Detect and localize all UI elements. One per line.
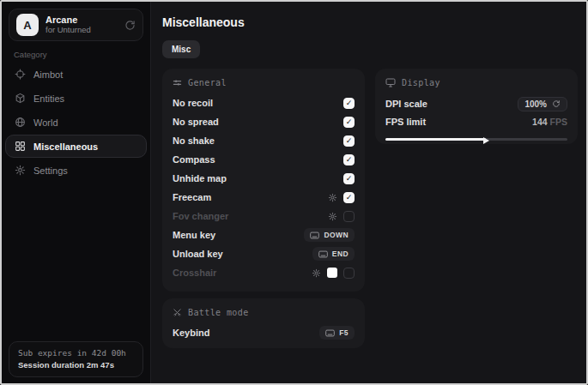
crosshair-icon: [15, 69, 26, 80]
sidebar-item-world[interactable]: World: [5, 111, 147, 134]
freecam-checkbox[interactable]: [343, 192, 355, 203]
swords-icon: [173, 308, 182, 317]
setting-label: No shake: [173, 135, 215, 146]
setting-label: Crosshair: [173, 268, 216, 278]
sync-icon[interactable]: [124, 20, 136, 31]
app-header-card: A Arcane for Unturned: [9, 9, 143, 41]
setting-label: No recoil: [173, 98, 213, 108]
gear-icon: [15, 165, 26, 176]
fov-changer-checkbox[interactable]: [343, 211, 355, 222]
keybind-value: END: [332, 250, 349, 258]
menu-keybind-button[interactable]: DOWN: [304, 228, 355, 242]
row-menu-key: Menu key DOWN: [173, 226, 355, 244]
keybind-value: F5: [339, 328, 349, 337]
keybind-value: DOWN: [324, 231, 349, 239]
page-title: Miscellaneous: [162, 15, 245, 29]
no-shake-checkbox[interactable]: [343, 135, 355, 147]
row-keybind: Keybind F5: [173, 323, 355, 342]
main-panel: Miscellaneous Misc General No recoil No …: [150, 2, 588, 383]
app-window: A Arcane for Unturned Category Aimbot: [0, 0, 588, 385]
fov-settings-gear-icon[interactable]: [328, 212, 337, 221]
general-card: General No recoil No spread No shake Com…: [162, 69, 365, 292]
compass-checkbox[interactable]: [343, 154, 355, 165]
dpi-scale-value: 100%: [524, 99, 547, 109]
setting-label: Unhide map: [173, 173, 227, 183]
sidebar-nav: Aimbot Entities World Miscellaneous: [5, 63, 147, 182]
sidebar-item-label: World: [33, 117, 58, 128]
freecam-settings-gear-icon[interactable]: [328, 193, 337, 202]
row-dpi-scale: DPI scale 100%: [385, 93, 567, 114]
row-fps-limit: FPS limit 144FPS: [385, 114, 567, 129]
dpi-scale-select[interactable]: 100%: [518, 97, 567, 111]
keyboard-icon: [318, 250, 328, 258]
globe-icon: [15, 117, 26, 128]
setting-label: Unload key: [173, 249, 223, 259]
subscription-card: Sub expires in 42d 00h Session duration …: [9, 341, 143, 377]
setting-label: FPS limit: [385, 117, 426, 127]
setting-label: Menu key: [173, 230, 215, 240]
tab-misc[interactable]: Misc: [162, 40, 200, 58]
monitor-icon: [385, 78, 396, 87]
setting-label: DPI scale: [385, 99, 427, 109]
sidebar-item-label: Settings: [33, 165, 68, 176]
category-label: Category: [14, 50, 47, 59]
fps-limit-slider[interactable]: [385, 135, 567, 142]
row-no-spread: No spread: [173, 112, 355, 131]
slider-fill: [385, 138, 486, 141]
display-card: Display DPI scale 100% FPS limit 144FPS: [375, 69, 578, 144]
sidebar-item-aimbot[interactable]: Aimbot: [5, 63, 147, 86]
row-unhide-map: Unhide map: [173, 169, 355, 188]
row-compass: Compass: [173, 150, 355, 169]
cube-icon: [15, 93, 26, 104]
session-duration-text: Session duration 2m 47s: [18, 360, 134, 370]
setting-label: Freecam: [173, 192, 211, 202]
setting-label: Compass: [173, 154, 215, 165]
row-unload-key: Unload key END: [173, 244, 355, 263]
keyboard-icon: [310, 232, 319, 239]
crosshair-checkbox[interactable]: [343, 268, 355, 279]
app-logo: A: [16, 14, 39, 36]
sidebar-item-label: Miscellaneous: [33, 141, 98, 152]
sidebar-item-miscellaneous[interactable]: Miscellaneous: [5, 135, 147, 158]
reset-icon[interactable]: [552, 99, 561, 108]
no-recoil-checkbox[interactable]: [343, 98, 355, 109]
sliders-icon: [173, 78, 182, 87]
slider-thumb[interactable]: [483, 137, 489, 144]
battle-mode-card-title: Battle mode: [188, 308, 249, 317]
app-subtitle: for Unturned: [45, 26, 118, 35]
row-crosshair: Crosshair: [173, 263, 355, 282]
unload-keybind-button[interactable]: END: [312, 247, 355, 261]
sidebar-item-label: Entities: [33, 93, 64, 104]
general-card-title: General: [188, 78, 227, 87]
setting-label: No spread: [173, 117, 219, 127]
row-no-shake: No shake: [173, 131, 355, 150]
crosshair-color-swatch[interactable]: [327, 268, 337, 278]
keyboard-icon: [325, 329, 335, 337]
sidebar-item-label: Aimbot: [33, 69, 63, 80]
row-freecam: Freecam: [173, 188, 355, 207]
battle-keybind-button[interactable]: F5: [319, 326, 355, 340]
sidebar-item-settings[interactable]: Settings: [5, 159, 147, 182]
sidebar: A Arcane for Unturned Category Aimbot: [2, 2, 150, 383]
display-card-title: Display: [402, 78, 440, 87]
fps-limit-value: 144FPS: [532, 117, 567, 127]
grid-icon: [15, 141, 26, 152]
sidebar-item-entities[interactable]: Entities: [5, 87, 147, 110]
setting-label: Fov changer: [173, 211, 228, 221]
setting-label: Keybind: [173, 328, 209, 338]
unhide-map-checkbox[interactable]: [343, 173, 355, 184]
no-spread-checkbox[interactable]: [343, 117, 355, 128]
app-name: Arcane: [45, 15, 118, 26]
battle-mode-card: Battle mode Keybind F5: [162, 298, 365, 348]
sub-expiry-text: Sub expires in 42d 00h: [18, 348, 134, 358]
row-fov-changer: Fov changer: [173, 207, 355, 226]
crosshair-settings-gear-icon[interactable]: [312, 268, 321, 278]
row-no-recoil: No recoil: [173, 93, 355, 112]
